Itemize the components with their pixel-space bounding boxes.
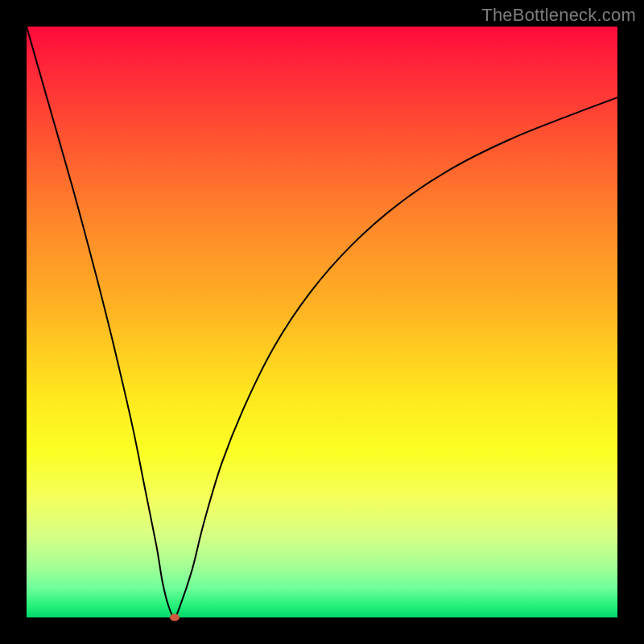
bottleneck-curve bbox=[27, 27, 617, 617]
optimal-marker bbox=[170, 614, 180, 621]
chart-frame: TheBottleneck.com bbox=[0, 0, 644, 644]
curve-path bbox=[27, 27, 617, 617]
plot-area bbox=[27, 27, 617, 617]
watermark-text: TheBottleneck.com bbox=[481, 5, 636, 26]
